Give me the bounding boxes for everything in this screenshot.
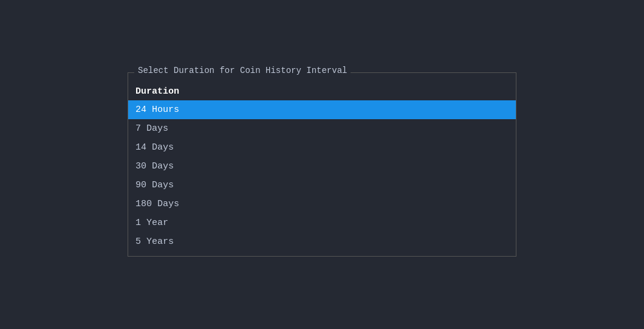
list-item[interactable]: 5 Years — [128, 232, 516, 251]
list-item[interactable]: 14 Days — [128, 138, 516, 157]
list-item[interactable]: 24 Hours — [128, 100, 516, 119]
list-item[interactable]: 7 Days — [128, 119, 516, 138]
list-item[interactable]: 30 Days — [128, 157, 516, 176]
list-item[interactable]: 180 Days — [128, 195, 516, 213]
dialog-content: Duration 24 Hours 7 Days 14 Days 30 Days… — [128, 73, 516, 256]
duration-dialog: Select Duration for Coin History Interva… — [128, 72, 516, 257]
column-header: Duration — [128, 83, 516, 100]
list-item[interactable]: 1 Year — [128, 213, 516, 232]
list-item[interactable]: 90 Days — [128, 176, 516, 195]
dialog-title: Select Duration for Coin History Interva… — [134, 66, 351, 75]
